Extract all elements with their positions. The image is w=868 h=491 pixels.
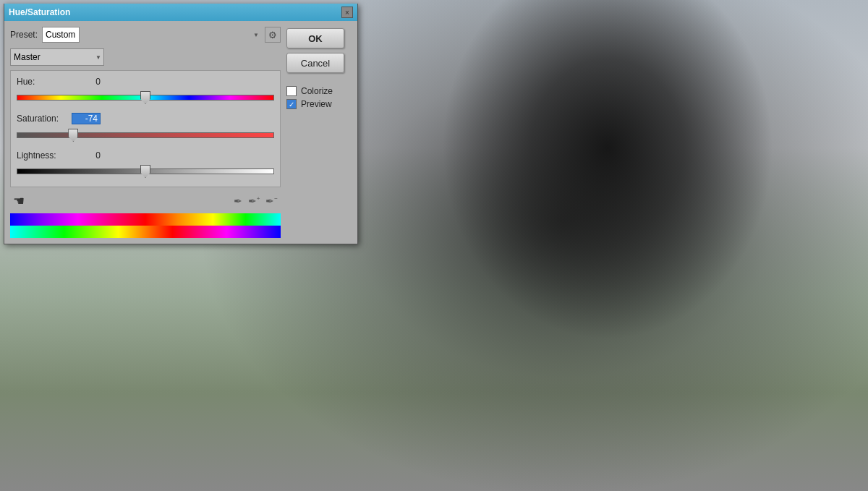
eyedropper-icon[interactable]: ✒ [234,195,242,207]
channel-select[interactable]: Master [10,48,104,66]
saturation-thumb[interactable] [68,129,78,142]
hue-value: 0 [72,77,101,87]
saturation-track-wrap [17,129,274,142]
hue-row: Hue: 0 [17,77,274,87]
ok-button[interactable]: OK [286,28,344,48]
color-strip-top [10,213,281,226]
close-button[interactable]: × [341,7,353,18]
preset-gear-button[interactable]: ⚙ [265,27,281,43]
lightness-label: Lightness: [17,150,67,161]
saturation-value: -74 [72,113,101,124]
preset-row: Preset: Custom ⚙ [10,27,281,43]
preset-select[interactable]: Custom [42,27,80,43]
channel-row: Master [10,48,281,66]
hand-tool-button[interactable]: ☚ [13,193,25,209]
colorize-checkbox[interactable] [286,86,297,96]
eyedropper-subtract-icon[interactable]: ✒− [265,195,278,207]
hue-track-wrap [17,91,274,104]
right-panel: OK Cancel Colorize ✓ Preview [286,27,352,238]
preset-dropdown-wrap: Custom [42,27,262,43]
lightness-value: 0 [72,150,101,161]
lightness-thumb[interactable] [140,165,150,178]
close-icon: × [345,9,349,17]
preview-label: Preview [301,99,332,109]
lightness-track-wrap [17,165,274,178]
hue-label: Hue: [17,77,67,87]
preset-label: Preset: [10,30,39,40]
cancel-button[interactable]: Cancel [286,53,344,73]
saturation-track [17,132,274,138]
eyedropper-add-icon[interactable]: ✒+ [248,195,260,207]
eyedropper-tools: ✒ ✒+ ✒− [234,195,278,207]
preview-checkbox[interactable]: ✓ [286,99,297,109]
sliders-section: Hue: 0 Saturation: -74 L [10,70,281,187]
saturation-row: Saturation: -74 [17,113,274,124]
options-section: Colorize ✓ Preview [286,83,352,109]
dialog-body: Preset: Custom ⚙ Master [4,21,357,244]
dialog-titlebar: Hue/Saturation × [4,4,357,21]
color-strips [10,213,281,238]
portrait-silhouette [304,0,810,491]
colorize-row: Colorize [286,86,352,96]
hue-saturation-dialog: Hue/Saturation × Preset: Custom ⚙ [4,4,358,244]
hue-thumb[interactable] [140,91,150,104]
lightness-row: Lightness: 0 [17,150,274,161]
dialog-title: Hue/Saturation [9,7,70,17]
colorize-label: Colorize [301,86,333,96]
saturation-label: Saturation: [17,114,67,124]
left-panel: Preset: Custom ⚙ Master [10,27,281,238]
bottom-toolbar: ☚ ✒ ✒+ ✒− [10,190,281,213]
channel-dropdown-wrap: Master [10,48,104,66]
preview-row: ✓ Preview [286,99,352,109]
color-strip-bottom [10,226,281,238]
